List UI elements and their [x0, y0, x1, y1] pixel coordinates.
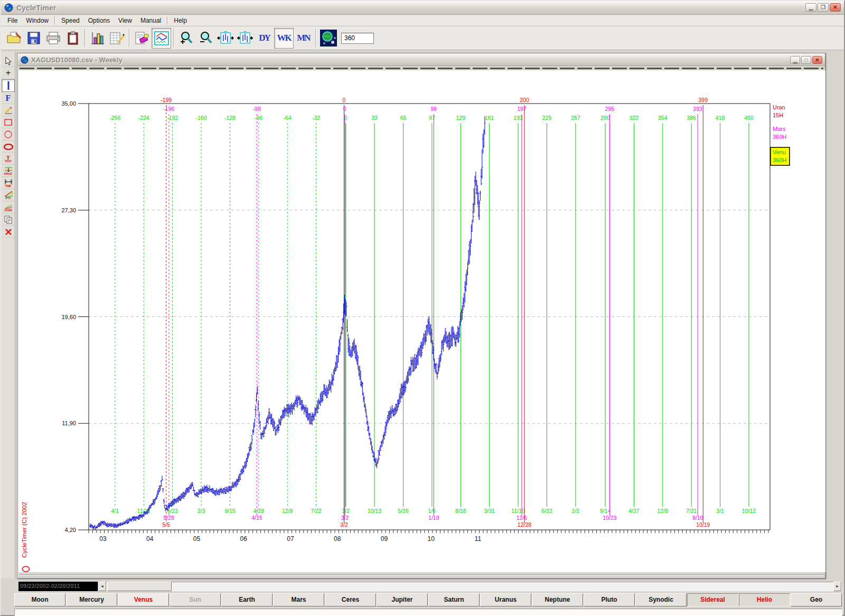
- tab-venus[interactable]: Venus: [118, 593, 169, 606]
- tab-mars[interactable]: Mars: [273, 593, 324, 606]
- cycle-number-red: 0: [343, 97, 346, 103]
- bar-chart-button[interactable]: [88, 28, 107, 49]
- copy-pages-icon: [4, 216, 12, 224]
- cursor-arrow-icon: [5, 57, 12, 65]
- scrollbar-thumb[interactable]: [107, 582, 172, 591]
- chart-scroll-row: 09/22/2002-02/20/2011 ◄ ►: [14, 581, 844, 592]
- restore-button[interactable]: ❐: [818, 3, 829, 12]
- date-range-display: 09/22/2002-02/20/2011: [18, 582, 98, 591]
- watermark-text: CycleTimer (C) 2002: [21, 502, 27, 558]
- tab-jupiter[interactable]: Jupiter: [377, 593, 428, 606]
- weekly-button[interactable]: WK: [274, 28, 294, 49]
- zoom-in-button[interactable]: [176, 28, 196, 49]
- watermark-ellipse: [23, 566, 30, 572]
- tab-uranus[interactable]: Uranus: [480, 593, 531, 606]
- erase-study-button[interactable]: [132, 28, 152, 49]
- text-tool-label: TEXT: [5, 160, 12, 163]
- price-tool[interactable]: PRICE: [2, 165, 15, 177]
- tab-helio[interactable]: Helio: [739, 593, 790, 606]
- horizontal-scrollbar-track[interactable]: [98, 582, 842, 591]
- bar-chart-icon: [90, 31, 105, 45]
- menu-manual[interactable]: Manual: [136, 15, 165, 26]
- menu-options[interactable]: Options: [84, 15, 114, 26]
- chart-svg: 35,0027,3019,6011,904,200304050607080910…: [18, 70, 825, 572]
- vertical-line-tool[interactable]: [2, 79, 15, 92]
- chart-plot-area[interactable]: [89, 104, 770, 530]
- legend-mars-period[interactable]: 360H: [773, 134, 786, 140]
- open-file-button[interactable]: [4, 28, 24, 49]
- zoom-out-icon: [199, 31, 213, 45]
- rectangle-tool[interactable]: [2, 117, 15, 128]
- copy-tool[interactable]: [2, 214, 15, 226]
- tab-earth[interactable]: Earth: [221, 593, 273, 606]
- y-axis-label: 19,60: [61, 314, 76, 320]
- app-title: CycleTimer: [16, 4, 56, 12]
- expand-bars-button[interactable]: [215, 28, 235, 49]
- tab-neptune[interactable]: Neptune: [532, 593, 583, 606]
- menu-help[interactable]: Help: [170, 15, 191, 26]
- save-button[interactable]: [24, 28, 43, 49]
- menu-window[interactable]: Window: [22, 15, 53, 26]
- calc-sheet-icon: [109, 31, 125, 45]
- minimize-button[interactable]: ▁: [805, 3, 816, 12]
- x-axis-year-label: 10: [428, 535, 435, 543]
- tab-sidereal[interactable]: Sidereal: [687, 593, 738, 606]
- time-tool[interactable]: TIME: [2, 178, 15, 189]
- close-button[interactable]: ✕: [830, 3, 841, 12]
- delete-tool[interactable]: [2, 226, 15, 238]
- scroll-left-button[interactable]: ◄: [98, 582, 106, 591]
- chart-close-button[interactable]: ✕: [812, 56, 822, 64]
- chart-window: XAGUSD10080.csv - Weekly ▁ □ ✕ 35,0027,3…: [17, 53, 826, 579]
- tab-saturn[interactable]: Saturn: [428, 593, 480, 606]
- legend-mars-name[interactable]: Mars: [773, 126, 786, 132]
- menu-file[interactable]: File: [3, 15, 22, 26]
- daily-button[interactable]: DY: [255, 28, 274, 49]
- chart-minimize-button[interactable]: ▁: [790, 56, 800, 64]
- tab-moon[interactable]: Moon: [14, 593, 65, 606]
- toolbar: DY WK MN: [1, 26, 844, 50]
- menu-view[interactable]: View: [114, 15, 136, 26]
- circle-tool[interactable]: [2, 129, 15, 141]
- planet-tab-bar: MoonMercuryVenusSunEarthMarsCeresJupiter…: [1, 593, 844, 608]
- legend-uran-name[interactable]: Uran: [773, 104, 785, 110]
- monthly-button[interactable]: MN: [294, 28, 313, 49]
- fibonacci-label: F: [6, 94, 11, 102]
- ephemeris-button[interactable]: [318, 28, 338, 49]
- legend-venu-period[interactable]: 360H: [773, 157, 786, 163]
- text-tool[interactable]: T TEXT: [2, 153, 15, 165]
- printer-icon: [45, 31, 61, 45]
- compress-bars-button[interactable]: [235, 28, 255, 49]
- ellipse-tool[interactable]: [2, 141, 15, 153]
- legend-uran-period[interactable]: 15H: [773, 112, 783, 118]
- weekly-label: WK: [277, 33, 290, 43]
- tab-pluto[interactable]: Pluto: [584, 593, 635, 606]
- calc-sheet-button[interactable]: [107, 28, 127, 49]
- tab-synodic[interactable]: Synodic: [635, 593, 687, 606]
- tab-geo[interactable]: Geo: [791, 593, 842, 606]
- tab-ceres[interactable]: Ceres: [325, 593, 376, 606]
- app-globe-icon: [4, 3, 13, 12]
- toolbar-separator: [315, 29, 316, 47]
- crosshair-tool[interactable]: +: [2, 67, 15, 79]
- fibonacci-tool[interactable]: F: [2, 92, 15, 104]
- tab-sun[interactable]: Sun: [170, 593, 221, 606]
- clipboard-button[interactable]: [63, 28, 82, 49]
- zoom-out-button[interactable]: [196, 28, 215, 49]
- chart-canvas[interactable]: 35,0027,3019,6011,904,200304050607080910…: [18, 70, 825, 572]
- gann-tool[interactable]: GANN: [2, 202, 15, 213]
- menu-speed[interactable]: Speed: [57, 15, 84, 26]
- pointer-tool[interactable]: [2, 55, 15, 67]
- chart-lines-button[interactable]: [152, 28, 171, 49]
- scroll-right-button[interactable]: ►: [833, 582, 841, 591]
- bottom-status-strip: [14, 609, 842, 616]
- ellipse-icon: [4, 144, 13, 150]
- ptv-tool[interactable]: PTV: [2, 190, 15, 201]
- chart-window-title-bar[interactable]: XAGUSD10080.csv - Weekly ▁ □ ✕: [18, 54, 825, 66]
- trendline-tool[interactable]: [2, 105, 15, 116]
- tab-mercury[interactable]: Mercury: [66, 593, 117, 606]
- interval-input[interactable]: [341, 33, 374, 44]
- print-button[interactable]: [43, 28, 63, 49]
- chart-maximize-button[interactable]: □: [801, 56, 811, 64]
- legend-venu-name[interactable]: Venu: [773, 149, 786, 155]
- toolbar-separator: [84, 29, 86, 47]
